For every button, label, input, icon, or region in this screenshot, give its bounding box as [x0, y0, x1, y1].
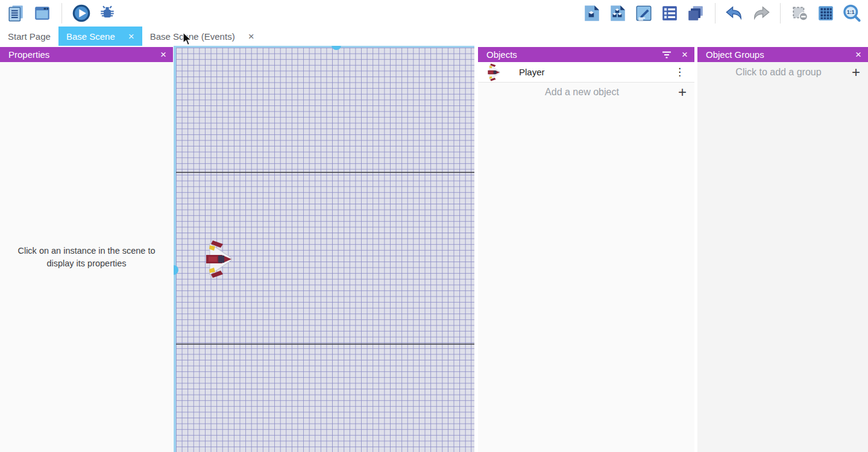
object-list-item-player[interactable]: Player ⋮ — [478, 62, 694, 83]
add-group-row[interactable]: Click to add a group + — [697, 62, 868, 82]
close-icon[interactable]: × — [160, 49, 166, 60]
filter-icon[interactable] — [662, 51, 671, 58]
redo-icon[interactable] — [750, 3, 771, 24]
toolbar-divider — [61, 3, 62, 24]
game-window-border-line — [176, 344, 474, 345]
toolbar-divider — [715, 3, 715, 24]
undo-icon[interactable] — [725, 3, 745, 24]
properties-panel-header: Properties × — [0, 47, 173, 62]
add-group-label: Click to add a group — [705, 67, 852, 78]
scene-top-border — [174, 46, 474, 48]
scene-canvas[interactable] — [174, 46, 474, 452]
player-object-thumbnail — [485, 63, 502, 81]
properties-panel-body: Click on an instance in the scene to dis… — [0, 62, 173, 452]
panel-title: Objects — [486, 49, 517, 60]
properties-hint-text: Click on an instance in the scene to dis… — [4, 245, 169, 269]
gdevelop-window: 1:1 Start Page Base Scene × Base Scene (… — [0, 0, 868, 452]
layers-panel-icon[interactable] — [685, 3, 706, 24]
tab-close-icon[interactable]: × — [128, 31, 134, 42]
game-window-border-line — [176, 172, 474, 173]
object-context-menu-icon[interactable]: ⋮ — [672, 66, 687, 78]
zoom-1-1-icon[interactable]: 1:1 — [841, 3, 862, 24]
editor-tab-bar: Start Page Base Scene × Base Scene (Even… — [0, 27, 868, 46]
panel-title: Object Groups — [706, 49, 764, 60]
tab-label: Base Scene (Events) — [150, 31, 235, 42]
player-instance-sprite[interactable] — [205, 240, 232, 278]
add-new-object-row[interactable]: Add a new object + — [478, 83, 694, 101]
properties-panel: Properties × Click on an instance in the… — [0, 47, 173, 452]
object-name-label: Player — [519, 67, 545, 77]
play-icon[interactable] — [71, 3, 92, 24]
object-groups-panel-header: Object Groups × — [697, 47, 868, 62]
tab-label: Start Page — [8, 31, 51, 42]
debug-icon[interactable] — [97, 3, 118, 24]
add-object-label: Add a new object — [486, 87, 678, 98]
toolbar-left-group — [6, 3, 118, 24]
add-object-plus-icon[interactable]: + — [678, 85, 687, 99]
close-icon[interactable]: × — [855, 49, 861, 60]
main-toolbar: 1:1 — [0, 0, 868, 27]
instances-list-icon[interactable] — [659, 3, 680, 24]
close-icon[interactable]: × — [682, 49, 688, 60]
panel-title: Properties — [8, 49, 49, 60]
objects-panel: Objects × — [478, 47, 694, 452]
toolbar-right-group: 1:1 — [582, 3, 862, 24]
object-groups-panel: Object Groups × Click to add a group + — [697, 47, 868, 452]
objects-panel-header: Objects × — [478, 47, 694, 62]
window-mask-icon[interactable] — [790, 3, 810, 24]
tab-base-scene-events[interactable]: Base Scene (Events) × — [142, 27, 262, 46]
add-group-plus-icon[interactable]: + — [852, 65, 860, 80]
tab-label: Base Scene — [66, 31, 115, 42]
zoom-level-label: 1:1 — [847, 9, 855, 15]
objects-panel-icon[interactable] — [582, 3, 602, 24]
toolbar-divider — [780, 3, 781, 24]
tab-base-scene[interactable]: Base Scene × — [58, 27, 142, 46]
grid-icon[interactable] — [816, 3, 836, 24]
project-manager-icon[interactable] — [6, 3, 27, 24]
scene-left-border — [174, 46, 176, 452]
properties-panel-icon[interactable] — [634, 3, 654, 24]
preview-window-icon[interactable] — [32, 3, 52, 24]
tab-start-page[interactable]: Start Page — [0, 27, 58, 46]
tab-close-icon[interactable]: × — [248, 31, 254, 42]
object-groups-panel-icon[interactable] — [608, 3, 628, 24]
